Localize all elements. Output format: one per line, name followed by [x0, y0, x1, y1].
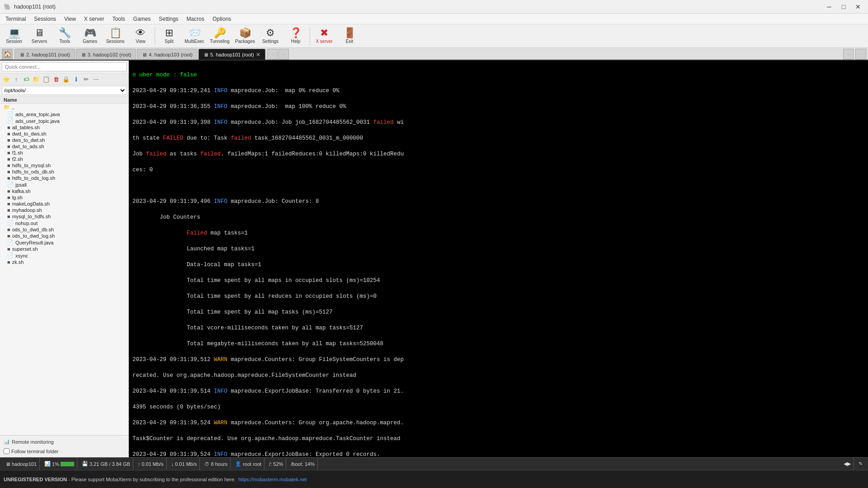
toolbar-multiexec[interactable]: 📨 MultiExec — [182, 26, 207, 47]
status-hostname: 🖥 hadoop101 — [3, 458, 40, 470]
tab-scroll-left[interactable]: ◀ — [843, 49, 854, 60]
status-scroll[interactable]: ◀▶ — [841, 458, 854, 470]
list-item[interactable]: ■ ods_to_dwd_db.sh — [0, 226, 128, 233]
tab-hadoop101-2[interactable]: 🖥 2. hadoop101 (root) — [14, 49, 75, 60]
toolbar-tools[interactable]: 🔧 Tools — [52, 26, 77, 47]
menu-settings[interactable]: Settings — [155, 15, 182, 23]
file-tree-header: Name — [0, 96, 128, 104]
status-edit[interactable]: ✎ — [856, 458, 865, 470]
sh-file-icon: ■ — [7, 227, 10, 232]
sidebar-tag-icon[interactable]: 🏷 — [22, 75, 31, 84]
maximize-button[interactable]: □ — [837, 2, 850, 12]
list-item[interactable]: 📄 xsync — [0, 252, 128, 259]
status-fs: /: 52% — [266, 458, 286, 470]
close-button[interactable]: ✕ — [852, 2, 864, 12]
follow-folder-checkbox[interactable] — [4, 448, 9, 454]
status-user: 👤 root root — [232, 458, 264, 470]
list-item[interactable]: ■ makeLogData.sh — [0, 201, 128, 207]
quick-connect-input[interactable] — [2, 62, 127, 71]
terminal-line: Task$Counter is deprecated. Use org.apac… — [132, 435, 864, 443]
tab-nav-home[interactable]: 🏠 — [2, 49, 13, 60]
toolbar-help[interactable]: ❓ Help — [283, 26, 308, 47]
toolbar-games[interactable]: 🎮 Games — [78, 26, 102, 47]
window-controls: ─ □ ✕ — [823, 2, 864, 12]
list-item[interactable]: 📄 ads_area_topic.java — [0, 111, 128, 117]
sh-file-icon: ■ — [7, 125, 10, 130]
toolbar-xserver[interactable]: ✖ X server — [312, 26, 336, 47]
terminal-output[interactable]: n uber mode : false 2023-04-29 09:31:29,… — [129, 61, 868, 457]
list-item[interactable]: ■ superset.sh — [0, 246, 128, 252]
menu-sessions[interactable]: Sessions — [30, 15, 60, 23]
list-item[interactable]: ■ myhadoop.sh — [0, 207, 128, 213]
list-item[interactable]: 📄 ads_user_topic.java — [0, 117, 128, 124]
list-item[interactable]: ■ dws_to_dwt.sh — [0, 137, 128, 143]
sidebar-perm-icon[interactable]: 🔒 — [61, 75, 71, 84]
list-item[interactable]: ■ f1.sh — [0, 150, 128, 156]
toolbar-settings[interactable]: ⚙ Settings — [258, 26, 283, 47]
sidebar-up-icon[interactable]: ↑ — [12, 75, 21, 84]
menu-bar: Terminal Sessions View X server Tools Ga… — [0, 14, 868, 24]
sh-file-icon: ■ — [7, 169, 10, 174]
menu-xserver[interactable]: X server — [80, 15, 108, 23]
toolbar-session[interactable]: 💻 Session — [2, 26, 26, 47]
sessions-icon: 📋 — [109, 28, 122, 38]
menu-terminal[interactable]: Terminal — [2, 15, 29, 23]
follow-terminal-folder[interactable]: Follow terminal folder — [2, 447, 127, 455]
sidebar-folder-icon[interactable]: 📁 — [32, 75, 41, 84]
list-item[interactable]: ■ zk.sh — [0, 259, 128, 265]
menu-macros[interactable]: Macros — [183, 15, 208, 23]
list-item[interactable]: 📄 jpsall — [0, 181, 128, 188]
tree-item-parent[interactable]: 📁 .. — [0, 104, 128, 111]
terminal-line: 2023-04-29 09:31:39,514 INFO mapreduce.E… — [132, 388, 864, 396]
tab-icon: 🖥 — [203, 52, 208, 57]
settings-icon: ⚙ — [266, 28, 275, 38]
toolbar-tunneling[interactable]: 🔑 Tunneling — [208, 26, 232, 47]
cpu-bar — [61, 462, 74, 466]
tab-nav-next[interactable]: ▶ — [278, 49, 289, 60]
status-download: ↓ 0.01 Mb/s — [169, 458, 200, 470]
sidebar-delete-icon[interactable]: 🗑 — [52, 75, 61, 84]
list-item[interactable]: ■ all_tables.sh — [0, 124, 128, 131]
sidebar-copy-icon[interactable]: 📋 — [42, 75, 51, 84]
sidebar-edit-icon[interactable]: ✏ — [81, 75, 90, 84]
list-item[interactable]: ■ dwt_to_ads.sh — [0, 143, 128, 150]
remote-monitoring-button[interactable]: 📊 Remote monitoring — [2, 437, 127, 446]
toolbar-servers[interactable]: 🖥 Servers — [27, 26, 52, 47]
tab-hadoop103[interactable]: 🖥 4. hadoop103 (root) — [137, 49, 198, 60]
toolbar-split[interactable]: ⊞ Split — [157, 26, 181, 47]
mobaxterm-link[interactable]: https://mobaxterm.mobatek.net — [238, 477, 307, 482]
list-item[interactable]: ■ hdfs_to_ods_log.sh — [0, 175, 128, 181]
minimize-button[interactable]: ─ — [823, 2, 835, 12]
toolbar-packages[interactable]: 📦 Packages — [233, 26, 257, 47]
status-time: ⏱ 8 hours — [202, 458, 231, 470]
tab-hadoop101-5[interactable]: 🖥 5. hadoop101 (root) ✕ — [198, 49, 265, 60]
toolbar-sessions[interactable]: 📋 Sessions — [103, 26, 127, 47]
list-item[interactable]: ■ kafka.sh — [0, 188, 128, 194]
sidebar-star-icon[interactable]: ⭐ — [2, 75, 11, 84]
file-tree: 📁 .. 📄 ads_area_topic.java 📄 ads_user_to… — [0, 104, 128, 435]
servers-icon: 🖥 — [34, 28, 44, 38]
tab-edit[interactable]: ✎ — [855, 49, 866, 60]
list-item[interactable]: ■ ods_to_dwd_log.sh — [0, 233, 128, 239]
menu-games[interactable]: Games — [130, 15, 155, 23]
path-select[interactable]: /opt/tools/ — [2, 86, 127, 95]
list-item[interactable]: ■ hdfs_to_ods_db.sh — [0, 169, 128, 175]
toolbar-view[interactable]: 👁 View — [128, 26, 153, 47]
toolbar-exit[interactable]: 🚪 Exit — [337, 26, 362, 47]
list-item[interactable]: ■ lg.sh — [0, 194, 128, 201]
list-item[interactable]: ■ mysql_to_hdfs.sh — [0, 213, 128, 220]
list-item[interactable]: 📄 nohup.out — [0, 220, 128, 226]
menu-view[interactable]: View — [61, 15, 80, 23]
sidebar-more-icon[interactable]: ⋯ — [91, 75, 100, 84]
tab-hadoop102[interactable]: 🖥 3. hadoop102 (root) — [76, 49, 137, 60]
list-item[interactable]: ■ f2.sh — [0, 156, 128, 162]
sidebar-info-icon[interactable]: ℹ — [71, 75, 80, 84]
tab-nav-prev[interactable]: ◀ — [267, 49, 278, 60]
list-item[interactable]: ■ hdfs_to_mysql.sh — [0, 162, 128, 169]
tab-close-button[interactable]: ✕ — [256, 52, 260, 58]
list-item[interactable]: ■ dwd_to_dws.sh — [0, 131, 128, 137]
upload-icon: ↑ — [138, 461, 141, 467]
menu-tools[interactable]: Tools — [109, 15, 129, 23]
list-item[interactable]: 📄 QueryResult.java — [0, 239, 128, 246]
menu-options[interactable]: Options — [209, 15, 235, 23]
